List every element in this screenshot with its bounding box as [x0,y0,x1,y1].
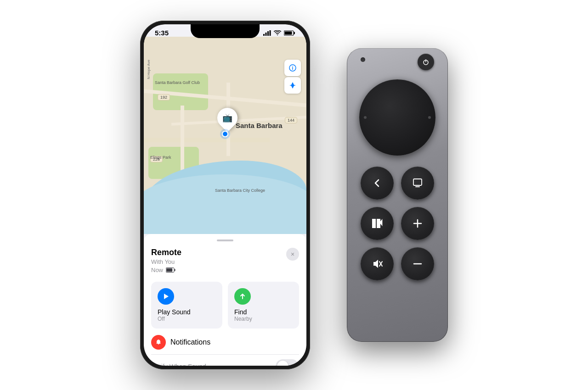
svg-rect-0 [263,34,265,36]
remote-button-grid-row3 [361,247,434,280]
ir-dot [361,57,365,62]
notifications-icon [151,335,166,350]
status-icons [263,30,295,36]
bell-icon [155,339,162,346]
signal-icon [263,30,271,36]
device-status-row: Now [151,267,181,273]
sheet-battery-icon [166,267,176,273]
golf-label: Santa Barbara Golf Club [155,80,200,86]
svg-rect-3 [270,30,271,36]
battery-icon [284,30,295,36]
power-button[interactable] [418,54,434,70]
power-icon [422,58,430,66]
trackpad-dot-right [428,116,431,119]
road-marker-192: 192 [158,94,170,100]
svg-rect-15 [413,179,422,185]
device-pin: 📺 [217,108,237,128]
water-2 [144,174,306,234]
bottom-sheet: Remote With You Now [144,234,306,366]
iphone: 5:35 [140,21,310,369]
svg-rect-10 [175,269,175,271]
cityc-label: Santa Barbara City College [215,188,265,194]
sheet-handle [217,240,233,241]
notify-when-found-row: Notify When Found [151,354,299,366]
play-pause-icon [372,219,383,228]
device-name: Remote [151,248,181,257]
svg-text:i: i [292,66,294,71]
back-icon [372,178,382,188]
menu-button[interactable] [401,167,434,200]
device-subtitle: With You [151,258,181,265]
find-nearby-card[interactable]: Find Nearby [228,282,299,329]
play-icon [162,293,170,300]
arrow-up-icon [239,293,246,300]
svg-rect-16 [415,186,420,187]
map-area[interactable]: 192 144 225 Santa Barbara Santa Barbara … [144,37,306,234]
svg-rect-2 [267,31,269,36]
play-sound-icon-circle [158,288,174,305]
remote-top-row [347,57,448,70]
mute-button[interactable] [361,247,394,280]
close-button[interactable]: × [286,248,299,261]
notify-toggle[interactable] [276,359,299,366]
tv-menu-icon [413,178,423,188]
trackpad[interactable] [359,79,435,156]
status-time: 5:35 [155,29,169,37]
action-buttons-row: Play Sound Off Find [151,282,299,329]
play-sound-title: Play Sound [158,308,191,316]
map-location-btn[interactable] [284,77,301,94]
map-info-btn[interactable]: i [284,60,301,76]
map-controls: i [284,60,301,94]
find-subtitle: Nearby [234,316,252,322]
apple-tv-remote [347,48,448,342]
sheet-header: Remote With You Now [151,248,299,280]
nhope-label: N Hope Ave [147,60,151,79]
minus-icon [412,258,423,269]
svg-rect-5 [294,32,295,34]
volume-down-button[interactable] [401,247,434,280]
remote-button-grid-row2 [361,207,434,240]
toggle-thumb [277,361,288,366]
play-pause-button[interactable] [361,207,394,240]
volume-up-button[interactable] [401,207,434,240]
svg-rect-6 [285,31,292,34]
plus-icon [412,218,423,229]
wifi-icon [274,30,281,36]
road-marker-144: 144 [285,117,297,123]
phone-notch [191,24,260,38]
trackpad-dot-left [364,116,367,119]
play-sound-status: Off [158,316,191,322]
mute-icon [372,259,383,269]
svg-rect-11 [166,268,172,272]
svg-marker-12 [164,294,169,299]
city-label: Santa Barbara [236,122,283,129]
play-sound-card[interactable]: Play Sound Off [151,282,222,329]
main-scene: 5:35 [0,0,588,390]
notifications-section: Notifications [151,335,299,350]
user-location-dot [222,131,228,137]
notifications-title: Notifications [170,338,210,346]
back-button[interactable] [361,167,394,200]
svg-marker-17 [372,219,376,228]
find-nearby-icon-circle [234,288,251,305]
svg-rect-1 [266,33,267,36]
road-main [144,138,270,142]
svg-marker-18 [377,219,380,228]
elings-label: Elings Park [150,155,171,160]
notify-label: Notify When Found [151,363,206,366]
remote-button-grid-row1 [361,167,434,200]
find-title: Find [234,308,252,316]
status-now: Now [151,267,163,273]
